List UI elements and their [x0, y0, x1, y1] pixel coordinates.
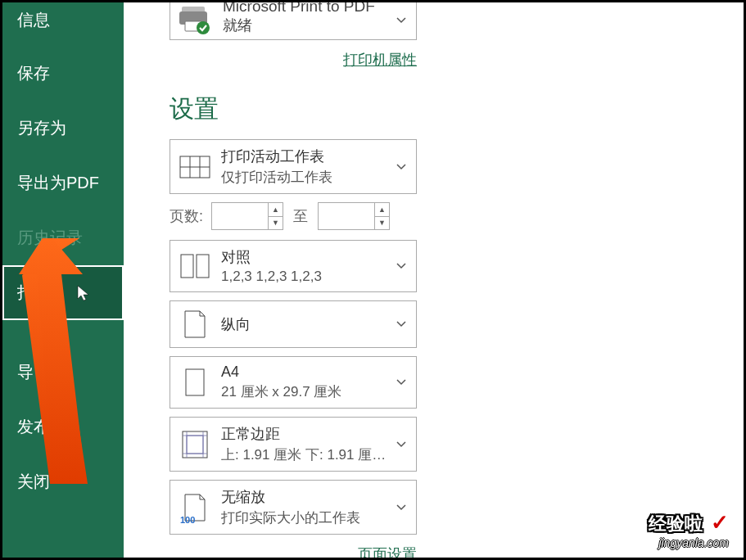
watermark-url: jingyanla.com	[649, 536, 729, 549]
printer-name: Microsoft Print to PDF	[223, 0, 395, 16]
sidebar-item-saveas[interactable]: 另存为	[2, 101, 124, 156]
page-range-row: 页数: ▲▼ 至 ▲▼	[170, 202, 417, 230]
settings-heading: 设置	[170, 93, 698, 126]
paper-size-selector[interactable]: A4 21 厘米 x 29.7 厘米	[170, 356, 417, 409]
scaling-selector[interactable]: 100 无缩放 打印实际大小的工作表	[170, 480, 417, 535]
printer-selector[interactable]: Microsoft Print to PDF 就绪	[170, 1, 417, 40]
sidebar-item-save[interactable]: 保存	[2, 46, 124, 101]
chevron-down-icon	[396, 164, 406, 170]
backstage-sidebar: 信息 保存 另存为 导出为PDF 历史记录 打印 导 发布 关闭	[2, 2, 124, 558]
margins-selector[interactable]: 正常边距 上: 1.91 厘米 下: 1.91 厘…	[170, 417, 417, 472]
sidebar-item-history[interactable]: 历史记录	[2, 210, 124, 265]
page-icon	[179, 366, 211, 399]
svg-point-3	[197, 21, 210, 34]
option-subtitle: 21 厘米 x 29.7 厘米	[221, 382, 341, 401]
print-area-selector[interactable]: 打印活动工作表 仅打印活动工作表	[170, 139, 417, 194]
option-title: 打印活动工作表	[221, 147, 332, 166]
margins-icon	[179, 428, 211, 461]
option-subtitle: 上: 1.91 厘米 下: 1.91 厘…	[221, 445, 386, 464]
orientation-selector[interactable]: 纵向	[170, 300, 417, 348]
check-icon: ✓	[711, 510, 729, 535]
svg-rect-12	[187, 436, 203, 454]
page-setup-link[interactable]: 页面设置	[358, 546, 417, 560]
svg-rect-9	[197, 255, 209, 278]
chevron-down-icon	[396, 504, 406, 511]
chevron-down-icon	[396, 17, 406, 24]
sidebar-item-print[interactable]: 打印	[2, 265, 124, 320]
svg-rect-8	[181, 255, 193, 278]
printer-properties-link[interactable]: 打印机属性	[343, 52, 417, 68]
spin-down-icon[interactable]: ▼	[269, 217, 283, 230]
cursor-icon	[76, 284, 91, 302]
sidebar-item-export[interactable]: 导	[2, 320, 124, 400]
pages-from-input[interactable]: ▲▼	[211, 202, 283, 230]
sheet-grid-icon	[179, 151, 211, 183]
printer-icon	[179, 5, 211, 36]
sidebar-item-info[interactable]: 信息	[2, 2, 124, 46]
print-settings-panel: Microsoft Print to PDF 就绪 打印机属性 设置 打印活动工…	[124, 2, 744, 558]
sidebar-item-label: 打印	[17, 283, 50, 301]
spin-up-icon[interactable]: ▲	[269, 203, 283, 217]
spin-up-icon[interactable]: ▲	[375, 203, 389, 217]
sidebar-item-export-pdf[interactable]: 导出为PDF	[2, 156, 124, 210]
option-subtitle: 打印实际大小的工作表	[221, 508, 360, 527]
watermark: 经验啦 ✓ jingyanla.com	[649, 510, 729, 549]
watermark-title: 经验啦	[649, 512, 703, 536]
option-subtitle: 仅打印活动工作表	[221, 168, 332, 187]
option-title: A4	[221, 364, 341, 381]
pages-label: 页数:	[170, 206, 203, 226]
sidebar-item-publish[interactable]: 发布	[2, 400, 124, 454]
chevron-down-icon	[396, 263, 406, 269]
collate-icon	[179, 250, 211, 282]
option-title: 无缩放	[221, 487, 360, 507]
chevron-down-icon	[396, 441, 406, 448]
option-title: 纵向	[221, 314, 251, 334]
option-title: 正常边距	[221, 424, 386, 444]
pages-to-label: 至	[293, 206, 308, 226]
sidebar-item-close[interactable]: 关闭	[2, 454, 124, 509]
collate-selector[interactable]: 对照 1,2,3 1,2,3 1,2,3	[170, 240, 417, 292]
option-subtitle: 1,2,3 1,2,3 1,2,3	[221, 269, 322, 285]
chevron-down-icon	[396, 379, 406, 386]
pages-to-input[interactable]: ▲▼	[318, 202, 390, 230]
scaling-icon: 100	[179, 491, 211, 524]
chevron-down-icon	[396, 321, 406, 327]
scaling-badge: 100	[180, 515, 195, 525]
printer-status: 就绪	[223, 16, 395, 35]
spin-down-icon[interactable]: ▼	[375, 217, 389, 230]
portrait-icon	[179, 308, 211, 341]
option-title: 对照	[221, 247, 322, 267]
svg-rect-10	[186, 369, 204, 395]
